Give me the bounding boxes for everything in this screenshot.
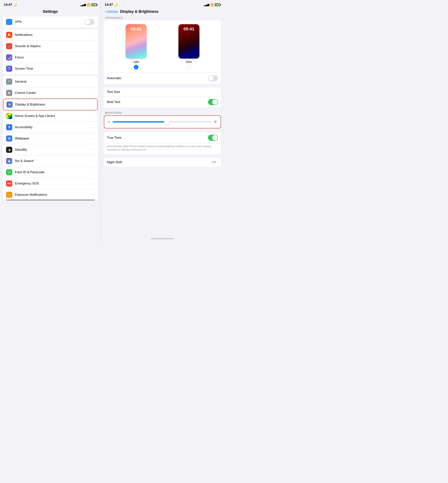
right-status-icons: ▂▄▆ 📶 ⚡ <box>204 3 220 6</box>
right-battery-icon: ⚡ <box>215 3 220 6</box>
vpn-icon: 🌐 <box>6 19 12 25</box>
home-screen-chevron: › <box>94 115 95 117</box>
left-page-title: Settings <box>0 8 101 16</box>
emergency-sos-row[interactable]: SOS Emergency SOS › <box>3 178 98 189</box>
sounds-icon: 🔊 <box>6 43 12 49</box>
dark-mode-radio[interactable] <box>187 65 191 69</box>
exposure-chevron: › <box>94 193 95 196</box>
display-brightness-icon: ☀️ <box>7 101 13 107</box>
text-size-row[interactable]: Text Size › <box>104 88 221 97</box>
brightness-slider[interactable] <box>113 121 211 123</box>
standby-icon: ◑ <box>6 147 12 153</box>
automatic-toggle[interactable] <box>208 75 218 81</box>
left-time: 14:47 🌙 <box>4 3 17 7</box>
back-chevron-icon: ‹ <box>105 9 106 14</box>
siri-row[interactable]: ◉ Siri & Search › <box>3 156 98 167</box>
notifications-icon: 🔔 <box>6 32 12 38</box>
standby-label: StandBy <box>15 148 94 152</box>
notifications-row[interactable]: 🔔 Notifications › <box>3 29 98 41</box>
settings-list: 🌐 VPN 🔔 Notifications › 🔊 Sounds & Hapti… <box>0 16 101 242</box>
night-shift-group: Night Shift Off › <box>104 158 221 167</box>
true-tone-group: True Tone Automatically adapt iPhone dis… <box>104 132 221 154</box>
general-row[interactable]: ⚙️ General › <box>3 76 98 87</box>
light-mode-radio[interactable]: ✓ <box>134 65 138 69</box>
accessibility-chevron: › <box>94 126 95 129</box>
screen-time-icon: ⏱ <box>6 65 12 72</box>
siri-label: Siri & Search <box>15 159 94 163</box>
right-wifi-icon: 📶 <box>210 3 214 6</box>
sounds-chevron: › <box>94 45 95 48</box>
slider-fill <box>113 121 167 123</box>
right-time: 14:47 🌙 <box>105 3 118 7</box>
true-tone-label: True Tone <box>107 136 208 140</box>
dark-mode-option[interactable]: 09:41 Dark <box>178 24 200 69</box>
screen-time-chevron: › <box>94 67 95 70</box>
wallpaper-icon: ✿ <box>6 135 12 141</box>
vpn-toggle[interactable] <box>85 19 95 25</box>
control-center-row[interactable]: ⊞ Control Center › <box>3 87 98 99</box>
control-center-chevron: › <box>94 91 95 94</box>
focus-row[interactable]: 🌙 Focus › <box>3 52 98 63</box>
right-nav: ‹ Settings Display & Brightness <box>101 8 224 16</box>
night-shift-chevron: › <box>217 161 218 164</box>
true-tone-row: True Tone <box>104 132 221 143</box>
battery-icon: ⚡ <box>91 3 97 6</box>
control-center-icon: ⊞ <box>6 90 12 96</box>
night-shift-row[interactable]: Night Shift Off › <box>104 158 221 167</box>
face-id-icon: ☺ <box>6 169 12 175</box>
back-label: Settings <box>107 10 118 14</box>
wallpaper-chevron: › <box>94 137 95 140</box>
home-screen-row[interactable]: ⊞ Home Screen & App Library › <box>3 110 98 122</box>
vpn-row[interactable]: 🌐 VPN <box>3 16 98 27</box>
home-screen-label: Home Screen & App Library <box>15 114 94 118</box>
brightness-min-icon: ☀ <box>107 120 110 124</box>
wallpaper-row[interactable]: ✿ Wallpaper › <box>3 133 98 144</box>
night-shift-label: Night Shift <box>107 160 212 164</box>
light-mode-option[interactable]: 09:41 Light ✓ <box>126 24 147 69</box>
accessibility-row[interactable]: ♿ Accessibility › <box>3 122 98 133</box>
appearance-section: APPEARANCE 09:41 Light ✓ 09:41 Dark <box>104 16 221 84</box>
emergency-sos-icon: SOS <box>6 180 12 187</box>
screen-time-row[interactable]: ⏱ Screen Time › <box>3 63 98 74</box>
display-brightness-chevron: › <box>93 103 94 106</box>
bold-text-toggle[interactable] <box>208 99 218 105</box>
right-moon-icon: 🌙 <box>114 3 118 7</box>
left-panel: 14:47 🌙 ▂▄▆ 📶 ⚡ Settings 🌐 VPN <box>0 0 101 242</box>
slider-thumb[interactable] <box>164 119 169 124</box>
appearance-options: 09:41 Light ✓ 09:41 Dark <box>104 20 221 73</box>
dark-mode-label: Dark <box>186 60 192 63</box>
night-shift-value: Off <box>212 160 216 164</box>
true-tone-toggle[interactable] <box>208 135 218 141</box>
brightness-max-icon: ☀ <box>213 119 217 124</box>
emergency-sos-label: Emergency SOS <box>15 182 94 185</box>
standby-row[interactable]: ◑ StandBy › <box>3 144 98 156</box>
accessibility-icon: ♿ <box>6 124 12 130</box>
general-group: ⚙️ General › ⊞ Control Center › ☀️ Displ… <box>3 76 98 200</box>
screen-time-label: Screen Time <box>15 67 94 71</box>
face-id-chevron: › <box>94 171 95 174</box>
exposure-row[interactable]: ⚕ Exposure Notifications › <box>3 189 98 200</box>
notifications-chevron: › <box>94 33 95 36</box>
dark-phone-time: 09:41 <box>178 26 200 32</box>
focus-chevron: › <box>94 56 95 59</box>
light-mode-preview: 09:41 <box>126 24 147 58</box>
wallpaper-label: Wallpaper <box>15 137 94 140</box>
bold-text-label: Bold Text <box>107 100 208 104</box>
focus-icon: 🌙 <box>6 54 12 60</box>
moon-icon: 🌙 <box>13 3 17 7</box>
vpn-group: 🌐 VPN <box>3 16 98 27</box>
back-button[interactable]: ‹ Settings <box>105 9 118 14</box>
face-id-row[interactable]: ☺ Face ID & Passcode › <box>3 167 98 178</box>
right-panel: 14:47 🌙 ▂▄▆ 📶 ⚡ ‹ Settings Display & Bri… <box>101 0 224 242</box>
brightness-group: ☀ ☀ <box>104 115 221 128</box>
sounds-row[interactable]: 🔊 Sounds & Haptics › <box>3 41 98 52</box>
home-indicator <box>151 238 174 239</box>
appearance-group: 09:41 Light ✓ 09:41 Dark Aut <box>104 20 221 84</box>
dark-mode-preview: 09:41 <box>178 24 200 58</box>
focus-label: Focus <box>15 56 94 59</box>
control-center-label: Control Center <box>15 91 94 95</box>
siri-chevron: › <box>94 159 95 163</box>
light-mode-label: Light <box>133 60 139 63</box>
display-brightness-row[interactable]: ☀️ Display & Brightness › <box>3 99 98 110</box>
appearance-label: APPEARANCE <box>104 16 221 19</box>
